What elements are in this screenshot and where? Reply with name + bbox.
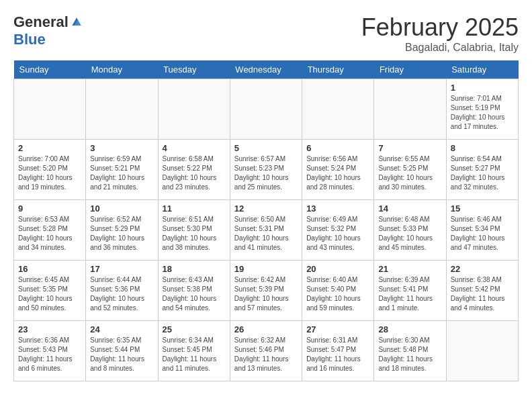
day-info: Sunrise: 6:51 AM Sunset: 5:30 PM Dayligh…	[163, 215, 226, 253]
day-info: Sunrise: 6:46 AM Sunset: 5:34 PM Dayligh…	[451, 215, 514, 253]
calendar-cell: 6Sunrise: 6:56 AM Sunset: 5:24 PM Daylig…	[302, 140, 374, 200]
day-info: Sunrise: 6:54 AM Sunset: 5:27 PM Dayligh…	[451, 154, 514, 192]
calendar-day-header: Saturday	[446, 60, 518, 79]
day-number: 25	[163, 324, 226, 334]
day-number: 13	[306, 203, 369, 214]
day-info: Sunrise: 6:52 AM Sunset: 5:29 PM Dayligh…	[90, 215, 153, 253]
calendar-cell: 13Sunrise: 6:49 AM Sunset: 5:32 PM Dayli…	[302, 200, 374, 261]
calendar-day-header: Wednesday	[230, 60, 302, 79]
calendar-cell: 18Sunrise: 6:43 AM Sunset: 5:38 PM Dayli…	[158, 261, 230, 321]
day-info: Sunrise: 6:39 AM Sunset: 5:41 PM Dayligh…	[378, 275, 441, 313]
logo-icon	[70, 15, 83, 29]
calendar-cell	[86, 79, 158, 140]
day-info: Sunrise: 6:55 AM Sunset: 5:25 PM Dayligh…	[378, 154, 441, 192]
day-number: 6	[306, 143, 369, 153]
day-info: Sunrise: 6:42 AM Sunset: 5:39 PM Dayligh…	[234, 275, 298, 313]
day-number: 22	[451, 264, 514, 274]
logo-blue-text: Blue	[13, 31, 46, 48]
calendar-day-header: Friday	[374, 60, 446, 79]
calendar-cell: 22Sunrise: 6:38 AM Sunset: 5:42 PM Dayli…	[446, 261, 518, 321]
calendar-cell: 19Sunrise: 6:42 AM Sunset: 5:39 PM Dayli…	[230, 261, 302, 321]
calendar-cell: 3Sunrise: 6:59 AM Sunset: 5:21 PM Daylig…	[86, 140, 158, 200]
calendar-cell	[446, 321, 518, 381]
day-number: 9	[18, 203, 81, 214]
day-number: 20	[306, 264, 369, 274]
day-number: 18	[163, 264, 226, 274]
month-title: February 2025	[361, 13, 519, 42]
calendar-cell: 14Sunrise: 6:48 AM Sunset: 5:33 PM Dayli…	[374, 200, 446, 261]
day-info: Sunrise: 6:43 AM Sunset: 5:38 PM Dayligh…	[163, 275, 226, 313]
day-info: Sunrise: 6:57 AM Sunset: 5:23 PM Dayligh…	[234, 154, 298, 192]
calendar-cell: 20Sunrise: 6:40 AM Sunset: 5:40 PM Dayli…	[302, 261, 374, 321]
calendar-cell: 16Sunrise: 6:45 AM Sunset: 5:35 PM Dayli…	[14, 261, 86, 321]
calendar-day-header: Monday	[86, 60, 158, 79]
page-header: General Blue February 2025 Bagaladi, Cal…	[13, 13, 519, 54]
day-number: 11	[163, 203, 226, 214]
calendar-cell	[302, 79, 374, 140]
day-number: 23	[18, 324, 81, 334]
calendar-cell: 24Sunrise: 6:35 AM Sunset: 5:44 PM Dayli…	[86, 321, 158, 381]
calendar-cell: 11Sunrise: 6:51 AM Sunset: 5:30 PM Dayli…	[158, 200, 230, 261]
day-info: Sunrise: 6:50 AM Sunset: 5:31 PM Dayligh…	[234, 215, 298, 253]
day-info: Sunrise: 6:58 AM Sunset: 5:22 PM Dayligh…	[163, 154, 226, 192]
calendar-cell: 8Sunrise: 6:54 AM Sunset: 5:27 PM Daylig…	[446, 140, 518, 200]
day-info: Sunrise: 6:45 AM Sunset: 5:35 PM Dayligh…	[18, 275, 81, 313]
calendar-cell: 28Sunrise: 6:30 AM Sunset: 5:48 PM Dayli…	[374, 321, 446, 381]
calendar-header-row: SundayMondayTuesdayWednesdayThursdayFrid…	[14, 60, 519, 79]
day-number: 27	[306, 324, 369, 334]
calendar-cell	[230, 79, 302, 140]
day-info: Sunrise: 6:48 AM Sunset: 5:33 PM Dayligh…	[378, 215, 441, 253]
calendar-week-row: 1Sunrise: 7:01 AM Sunset: 5:19 PM Daylig…	[14, 79, 519, 140]
logo-general-text: General	[13, 13, 69, 31]
calendar-table: SundayMondayTuesdayWednesdayThursdayFrid…	[13, 60, 519, 381]
calendar-cell: 1Sunrise: 7:01 AM Sunset: 5:19 PM Daylig…	[446, 79, 518, 140]
calendar-cell: 26Sunrise: 6:32 AM Sunset: 5:46 PM Dayli…	[230, 321, 302, 381]
calendar-cell: 27Sunrise: 6:31 AM Sunset: 5:47 PM Dayli…	[302, 321, 374, 381]
day-info: Sunrise: 6:32 AM Sunset: 5:46 PM Dayligh…	[234, 336, 298, 373]
calendar-cell: 12Sunrise: 6:50 AM Sunset: 5:31 PM Dayli…	[230, 200, 302, 261]
calendar-day-header: Tuesday	[158, 60, 230, 79]
calendar-week-row: 2Sunrise: 7:00 AM Sunset: 5:20 PM Daylig…	[14, 140, 519, 200]
day-number: 8	[451, 143, 514, 153]
day-number: 15	[451, 203, 514, 214]
day-info: Sunrise: 6:56 AM Sunset: 5:24 PM Dayligh…	[306, 154, 369, 192]
calendar-week-row: 9Sunrise: 6:53 AM Sunset: 5:28 PM Daylig…	[14, 200, 519, 261]
day-number: 17	[90, 264, 153, 274]
day-number: 19	[234, 264, 298, 274]
calendar-cell	[158, 79, 230, 140]
calendar-day-header: Thursday	[302, 60, 374, 79]
location-subtitle: Bagaladi, Calabria, Italy	[361, 42, 519, 54]
calendar-cell: 17Sunrise: 6:44 AM Sunset: 5:36 PM Dayli…	[86, 261, 158, 321]
calendar-cell: 23Sunrise: 6:36 AM Sunset: 5:43 PM Dayli…	[14, 321, 86, 381]
day-number: 14	[378, 203, 441, 214]
day-number: 28	[378, 324, 441, 334]
day-info: Sunrise: 6:53 AM Sunset: 5:28 PM Dayligh…	[18, 215, 81, 253]
calendar-cell: 9Sunrise: 6:53 AM Sunset: 5:28 PM Daylig…	[14, 200, 86, 261]
day-number: 26	[234, 324, 298, 334]
day-info: Sunrise: 6:59 AM Sunset: 5:21 PM Dayligh…	[90, 154, 153, 192]
day-number: 1	[451, 83, 514, 93]
day-number: 16	[18, 264, 81, 274]
day-info: Sunrise: 7:00 AM Sunset: 5:20 PM Dayligh…	[18, 154, 81, 192]
day-number: 24	[90, 324, 153, 334]
day-number: 3	[90, 143, 153, 153]
calendar-cell: 25Sunrise: 6:34 AM Sunset: 5:45 PM Dayli…	[158, 321, 230, 381]
day-info: Sunrise: 6:31 AM Sunset: 5:47 PM Dayligh…	[306, 336, 369, 373]
calendar-cell: 7Sunrise: 6:55 AM Sunset: 5:25 PM Daylig…	[374, 140, 446, 200]
calendar-week-row: 23Sunrise: 6:36 AM Sunset: 5:43 PM Dayli…	[14, 321, 519, 381]
day-info: Sunrise: 6:35 AM Sunset: 5:44 PM Dayligh…	[90, 336, 153, 373]
day-number: 10	[90, 203, 153, 214]
day-number: 12	[234, 203, 298, 214]
calendar-cell	[374, 79, 446, 140]
calendar-day-header: Sunday	[14, 60, 86, 79]
day-info: Sunrise: 6:40 AM Sunset: 5:40 PM Dayligh…	[306, 275, 369, 313]
day-number: 5	[234, 143, 298, 153]
day-info: Sunrise: 6:44 AM Sunset: 5:36 PM Dayligh…	[90, 275, 153, 313]
calendar-cell: 2Sunrise: 7:00 AM Sunset: 5:20 PM Daylig…	[14, 140, 86, 200]
calendar-cell: 15Sunrise: 6:46 AM Sunset: 5:34 PM Dayli…	[446, 200, 518, 261]
calendar-cell: 5Sunrise: 6:57 AM Sunset: 5:23 PM Daylig…	[230, 140, 302, 200]
day-info: Sunrise: 6:36 AM Sunset: 5:43 PM Dayligh…	[18, 336, 81, 373]
day-info: Sunrise: 6:49 AM Sunset: 5:32 PM Dayligh…	[306, 215, 369, 253]
calendar-week-row: 16Sunrise: 6:45 AM Sunset: 5:35 PM Dayli…	[14, 261, 519, 321]
day-number: 21	[378, 264, 441, 274]
